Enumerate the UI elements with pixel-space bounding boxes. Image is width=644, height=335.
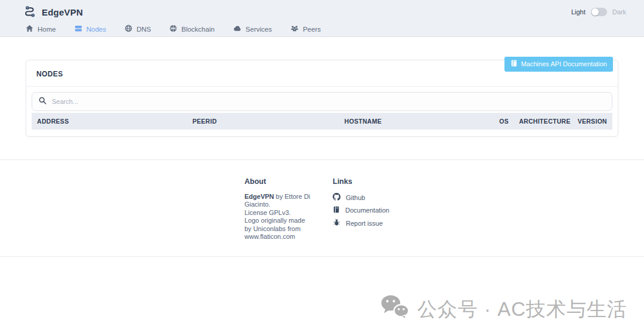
about-text: EdgeVPN by Ettore Di Giacinto. License G… [244, 193, 311, 241]
theme-switcher: Light Dark [571, 8, 626, 16]
blockchain-globe-icon [169, 24, 177, 33]
home-icon [26, 24, 33, 33]
search-icon [39, 96, 47, 107]
edgevpn-logo-icon [23, 4, 36, 20]
link-report-issue[interactable]: Report issue [333, 219, 400, 228]
footer: About EdgeVPN by Ettore Di Giacinto. Lic… [0, 159, 644, 256]
toggle-knob [592, 8, 599, 16]
link-label: Github [346, 194, 365, 201]
col-header-peerid[interactable]: PEERID [193, 118, 345, 125]
footer-links-column: Links Github Documentation [333, 177, 400, 241]
links-heading: Links [333, 177, 400, 186]
nav-item-blockchain[interactable]: Blockchain [164, 21, 220, 39]
brand[interactable]: EdgeVPN [23, 4, 83, 20]
about-license: License GPLv3. [244, 209, 311, 217]
wechat-icon [380, 294, 410, 325]
nav-item-peers[interactable]: Peers [285, 21, 326, 39]
nav-item-services[interactable]: Services [228, 21, 277, 39]
link-github[interactable]: Github [333, 193, 400, 202]
link-documentation[interactable]: Documentation [333, 206, 400, 214]
book-icon [510, 60, 518, 68]
link-label: Report issue [346, 220, 383, 227]
brand-title: EdgeVPN [42, 7, 83, 17]
book-icon [333, 206, 340, 214]
theme-light-label: Light [571, 8, 586, 16]
nodes-icon [75, 24, 82, 33]
theme-dark-label: Dark [612, 8, 626, 16]
bottom-area: 公众号 · AC技术与生活 [0, 256, 644, 335]
col-header-os[interactable]: OS [499, 118, 519, 125]
nav-item-dns[interactable]: DNS [119, 21, 156, 39]
machines-api-docs-button[interactable]: Machines API Documentation [504, 57, 613, 72]
nav-label: Nodes [86, 26, 106, 33]
nav-label: Blockchain [181, 26, 215, 33]
cloud-icon [233, 24, 242, 33]
nav-item-home[interactable]: Home [20, 21, 61, 39]
bug-icon [333, 219, 340, 228]
theme-toggle[interactable] [591, 8, 607, 16]
navbar: EdgeVPN Light Dark Home Nodes [0, 0, 644, 37]
nav-item-nodes[interactable]: Nodes [69, 21, 112, 39]
nav-label: DNS [137, 26, 151, 33]
main-content: Machines API Documentation NODES ADDRESS… [0, 37, 644, 159]
col-header-address[interactable]: ADDRESS [37, 118, 193, 125]
globe-icon [125, 24, 132, 33]
nav-label: Services [246, 26, 272, 33]
users-icon [290, 24, 299, 33]
watermark-text: 公众号 · AC技术与生活 [417, 296, 627, 323]
watermark: 公众号 · AC技术与生活 [380, 294, 627, 325]
col-header-hostname[interactable]: HOSTNAME [345, 118, 500, 125]
about-logo-credit: Logo originally made by Uniconlabs from … [244, 217, 311, 241]
link-label: Documentation [345, 207, 389, 214]
about-brand: EdgeVPN [244, 193, 274, 200]
api-button-label: Machines API Documentation [521, 60, 607, 67]
footer-about-column: About EdgeVPN by Ettore Di Giacinto. Lic… [244, 177, 311, 241]
col-header-version[interactable]: VERSION [578, 118, 607, 125]
nav-label: Home [38, 26, 56, 33]
github-icon [333, 193, 340, 202]
col-header-architecture[interactable]: ARCHITECTURE [519, 118, 577, 125]
nav-label: Peers [303, 26, 321, 33]
search-input[interactable] [52, 98, 605, 105]
table-header-row: ADDRESS PEERID HOSTNAME OS ARCHITECTURE … [32, 113, 612, 130]
main-nav: Home Nodes DNS [0, 19, 644, 39]
search-box [32, 92, 612, 111]
about-heading: About [244, 177, 311, 186]
